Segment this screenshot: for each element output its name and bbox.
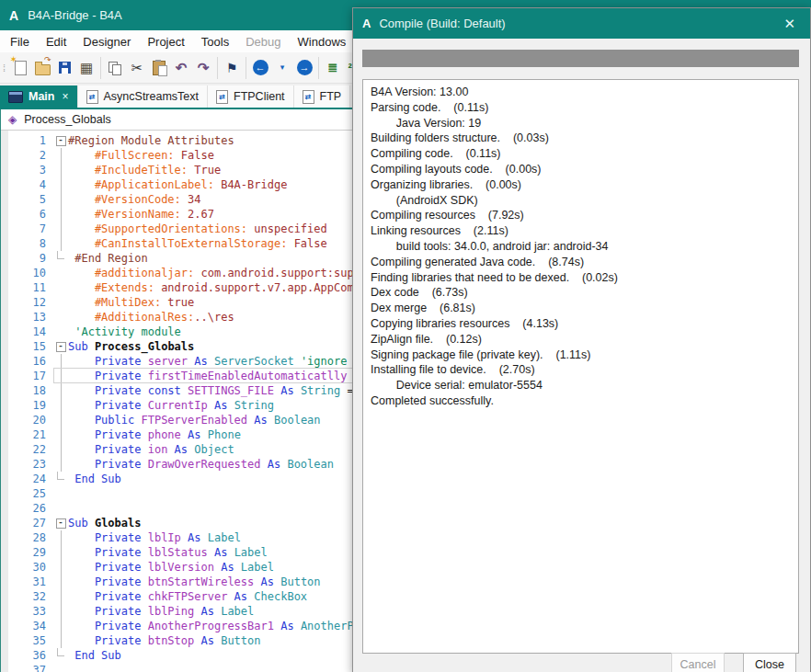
menu-designer[interactable]: Designer (74, 32, 139, 51)
line-number[interactable]: 25 (1, 486, 53, 501)
window-icon (8, 91, 23, 103)
code-token: phone (148, 428, 188, 441)
line-number[interactable]: 10 (1, 266, 53, 280)
fold-guide (61, 633, 62, 648)
open-button[interactable] (31, 57, 53, 79)
fold-column[interactable]: - (53, 339, 68, 354)
line-number[interactable]: 27 (1, 516, 53, 530)
line-number[interactable]: 32 (1, 589, 53, 604)
code-token: Private (95, 590, 148, 603)
line-number[interactable]: 7 (1, 222, 53, 236)
fold-guide (61, 236, 62, 251)
line-number[interactable]: 3 (1, 163, 53, 177)
copy-button[interactable] (104, 57, 126, 79)
save-button[interactable] (53, 57, 75, 79)
line-number[interactable]: 18 (1, 383, 53, 398)
fold-collapse-icon[interactable]: - (56, 342, 66, 352)
menu-windows[interactable]: Windows (290, 32, 355, 51)
fold-guide (61, 398, 62, 413)
fold-column (53, 163, 68, 177)
compile-log[interactable]: B4A Version: 13.00Parsing code. (0.11s) … (362, 79, 799, 654)
dialog-title-bar[interactable]: A Compile (Build: Default) ✕ (353, 8, 810, 39)
line-number[interactable]: 6 (1, 207, 53, 222)
tab-asyncstreamstext[interactable]: AsyncStreamsText (78, 85, 209, 108)
line-number[interactable]: 14 (1, 325, 53, 339)
code-token: #Extends: (95, 281, 154, 294)
line-number[interactable]: 17 (1, 369, 53, 383)
fold-column[interactable]: - (53, 516, 68, 530)
line-number[interactable]: 4 (1, 177, 53, 192)
line-number[interactable]: 24 (1, 472, 53, 486)
code-token: Label (234, 546, 268, 559)
dialog-close-icon[interactable]: ✕ (778, 16, 801, 32)
line-number[interactable]: 5 (1, 192, 53, 207)
line-number[interactable]: 35 (1, 633, 53, 648)
fold-column[interactable]: - (53, 133, 68, 148)
code-text: Private AnotherProgressBar1 As AnotherP (68, 619, 354, 633)
menu-file[interactable]: File (2, 32, 38, 51)
line-number[interactable]: 31 (1, 575, 53, 589)
line-number[interactable]: 11 (1, 280, 53, 295)
tab-ftp[interactable]: FTP (294, 85, 351, 108)
code-token: Object (194, 443, 234, 456)
open-icon (35, 64, 51, 75)
tab-close-icon[interactable]: × (62, 90, 68, 103)
code-text: Private phone As Phone (68, 427, 241, 442)
line-number[interactable]: 8 (1, 236, 53, 251)
line-number[interactable]: 36 (1, 648, 53, 663)
bookmark-button[interactable]: ⚑ (221, 57, 243, 79)
nav-back-button[interactable]: ← (249, 57, 271, 79)
redo-button[interactable]: ↷ (192, 57, 214, 79)
line-number[interactable]: 21 (1, 427, 53, 442)
code-token: 2.67 (181, 208, 214, 221)
line-number[interactable]: 34 (1, 619, 53, 633)
compile-progress-fill (362, 50, 799, 67)
line-number[interactable]: 23 (1, 457, 53, 472)
line-number[interactable]: 16 (1, 354, 53, 369)
code-token: Private (95, 458, 148, 471)
fold-collapse-icon[interactable]: - (56, 136, 66, 146)
fold-guide (61, 545, 62, 560)
line-number[interactable]: 12 (1, 295, 53, 310)
tab-ftpclient[interactable]: FTPClient (208, 85, 294, 108)
fold-collapse-icon[interactable]: - (56, 518, 66, 529)
code-token: chkFTPServer (148, 590, 234, 603)
line-number[interactable]: 9 (1, 251, 53, 266)
indent-list-button[interactable]: ≣ (322, 57, 344, 79)
log-line: Compiling code. (0.11s) (371, 146, 791, 162)
line-number[interactable]: 37 (1, 663, 53, 672)
nav-history-dropdown-button[interactable]: ▾ (271, 57, 293, 79)
line-number[interactable]: 26 (1, 501, 53, 516)
code-token: #SupportedOrientations: (95, 222, 247, 235)
code-token: 'Activity module (74, 325, 181, 338)
new-file-button[interactable] (9, 57, 31, 79)
line-number[interactable]: 13 (1, 310, 53, 325)
tab-main[interactable]: Main× (0, 85, 78, 108)
line-number[interactable]: 29 (1, 545, 53, 560)
log-line: Linking resources (2.11s) (371, 223, 791, 239)
menu-project[interactable]: Project (139, 32, 192, 51)
line-number[interactable]: 22 (1, 442, 53, 457)
cancel-button[interactable]: Cancel (671, 653, 725, 672)
fold-guide (61, 192, 62, 207)
undo-button[interactable]: ↶ (170, 57, 192, 79)
line-number[interactable]: 15 (1, 339, 53, 354)
code-text: Private firstTimeEnabledAutomaticatlly (68, 369, 347, 383)
cut-button[interactable]: ✂ (126, 57, 148, 79)
line-number[interactable]: 33 (1, 604, 53, 619)
line-number[interactable]: 2 (1, 148, 53, 163)
line-number[interactable]: 30 (1, 560, 53, 575)
line-number[interactable]: 20 (1, 413, 53, 427)
line-number[interactable]: 1 (1, 133, 53, 148)
fold-column (53, 442, 68, 457)
nav-forward-button[interactable]: → (293, 57, 315, 79)
code-token: 'ignore (301, 355, 348, 368)
line-number[interactable]: 19 (1, 398, 53, 413)
modules-button[interactable]: ▦ (75, 57, 97, 79)
menu-edit[interactable]: Edit (38, 32, 74, 51)
line-number[interactable]: 28 (1, 530, 53, 545)
menu-tools[interactable]: Tools (193, 32, 237, 51)
close-button[interactable]: Close (743, 653, 796, 672)
paste-button[interactable] (148, 57, 170, 79)
code-text: #VersionName: 2.67 (68, 207, 214, 222)
